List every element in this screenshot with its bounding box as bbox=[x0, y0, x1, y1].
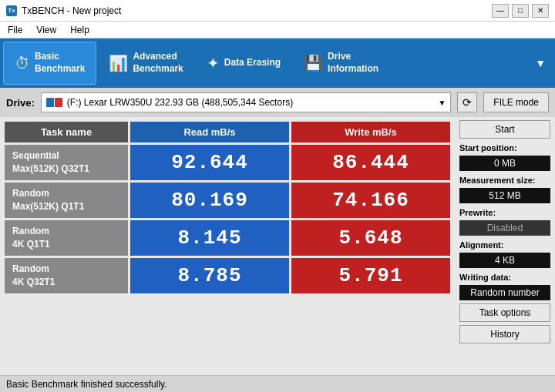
app-icon: Tx bbox=[6, 5, 17, 16]
write-value-1: 74.166 bbox=[291, 183, 450, 218]
data-erasing-label: Data Erasing bbox=[224, 57, 281, 69]
basic-benchmark-label: BasicBenchmark bbox=[35, 51, 85, 75]
minimize-button[interactable]: — bbox=[492, 4, 509, 18]
history-button[interactable]: History bbox=[459, 325, 550, 343]
menu-help[interactable]: Help bbox=[67, 24, 92, 36]
task-label-2: Random4K Q1T1 bbox=[5, 220, 128, 256]
writing-data-value: Random number bbox=[459, 285, 550, 300]
task-label-0: SequentialMax(512K) Q32T1 bbox=[5, 145, 128, 180]
data-erasing-icon: ✦ bbox=[207, 54, 220, 72]
menu-view[interactable]: View bbox=[33, 24, 59, 36]
task-label-1: RandomMax(512K) Q1T1 bbox=[5, 183, 128, 218]
measurement-size-value: 512 MB bbox=[459, 188, 550, 203]
menu-bar: File View Help bbox=[0, 22, 555, 39]
maximize-button[interactable]: □ bbox=[512, 4, 529, 18]
read-value-0: 92.644 bbox=[130, 145, 289, 180]
bench-header: Task name Read mB/s Write mB/s bbox=[5, 122, 450, 142]
toolbar-advanced-benchmark[interactable]: 📊 AdvancedBenchmark bbox=[98, 42, 193, 85]
col-task-name: Task name bbox=[5, 122, 128, 142]
read-value-2: 8.145 bbox=[130, 220, 289, 256]
benchmark-table: Task name Read mB/s Write mB/s Sequentia… bbox=[0, 117, 455, 375]
write-value-0: 86.444 bbox=[291, 145, 450, 180]
drive-information-icon: 💾 bbox=[304, 54, 323, 72]
task-label-3: Random4K Q32T1 bbox=[5, 258, 128, 293]
prewrite-value: Disabled bbox=[459, 220, 550, 236]
col-write: Write mB/s bbox=[291, 122, 450, 142]
start-button[interactable]: Start bbox=[459, 120, 550, 139]
measurement-size-label: Measurement size: bbox=[459, 176, 550, 185]
title-bar-controls: — □ ✕ bbox=[492, 4, 549, 18]
main-area: Task name Read mB/s Write mB/s Sequentia… bbox=[0, 117, 555, 375]
toolbar: ⏱ BasicBenchmark 📊 AdvancedBenchmark ✦ D… bbox=[0, 39, 555, 88]
alignment-label: Alignment: bbox=[459, 240, 550, 250]
col-read: Read mB/s bbox=[130, 122, 289, 142]
task-options-button[interactable]: Task options bbox=[459, 303, 550, 322]
advanced-benchmark-label: AdvancedBenchmark bbox=[133, 51, 183, 75]
close-button[interactable]: ✕ bbox=[532, 4, 549, 18]
advanced-benchmark-icon: 📊 bbox=[109, 54, 128, 72]
bench-row-3: Random4K Q32T1 8.785 5.791 bbox=[5, 258, 450, 293]
drive-label: Drive: bbox=[6, 97, 35, 109]
toolbar-dropdown[interactable]: ▼ bbox=[529, 42, 552, 85]
bench-row-2: Random4K Q1T1 8.145 5.648 bbox=[5, 220, 450, 256]
status-text: Basic Benchmark finished successfully. bbox=[6, 379, 167, 390]
toolbar-basic-benchmark[interactable]: ⏱ BasicBenchmark bbox=[3, 42, 96, 85]
title-bar: Tx TxBENCH - New project — □ ✕ bbox=[0, 0, 555, 22]
read-value-3: 8.785 bbox=[130, 258, 289, 293]
menu-file[interactable]: File bbox=[5, 24, 25, 36]
start-position-label: Start position: bbox=[459, 143, 550, 152]
basic-benchmark-icon: ⏱ bbox=[15, 55, 30, 72]
start-position-value: 0 MB bbox=[459, 156, 550, 171]
bench-row-1: RandomMax(512K) Q1T1 80.169 74.166 bbox=[5, 183, 450, 218]
alignment-value: 4 KB bbox=[459, 253, 550, 268]
right-panel: Start Start position: 0 MB Measurement s… bbox=[455, 117, 555, 375]
title-text: TxBENCH - New project bbox=[22, 5, 121, 16]
toolbar-drive-information[interactable]: 💾 DriveInformation bbox=[293, 42, 389, 85]
title-bar-left: Tx TxBENCH - New project bbox=[6, 5, 121, 16]
drive-row: Drive: (F:) Lexar LRW350U 232.93 GB (488… bbox=[0, 88, 555, 117]
prewrite-label: Prewrite: bbox=[459, 208, 550, 217]
read-value-1: 80.169 bbox=[130, 183, 289, 218]
write-value-3: 5.791 bbox=[291, 258, 450, 293]
file-mode-button[interactable]: FILE mode bbox=[483, 92, 549, 112]
drive-dropdown-arrow: ▼ bbox=[438, 99, 446, 107]
drive-select[interactable]: (F:) Lexar LRW350U 232.93 GB (488,505,34… bbox=[41, 92, 451, 112]
write-value-2: 5.648 bbox=[291, 220, 450, 256]
drive-text: (F:) Lexar LRW350U 232.93 GB (488,505,34… bbox=[67, 97, 293, 108]
writing-data-label: Writing data: bbox=[459, 273, 550, 282]
toolbar-data-erasing[interactable]: ✦ Data Erasing bbox=[196, 42, 291, 85]
status-bar: Basic Benchmark finished successfully. bbox=[0, 375, 555, 392]
drive-refresh-button[interactable]: ⟳ bbox=[457, 92, 477, 112]
bench-row-0: SequentialMax(512K) Q32T1 92.644 86.444 bbox=[5, 145, 450, 180]
drive-information-label: DriveInformation bbox=[328, 51, 378, 75]
drive-icon bbox=[46, 98, 62, 107]
